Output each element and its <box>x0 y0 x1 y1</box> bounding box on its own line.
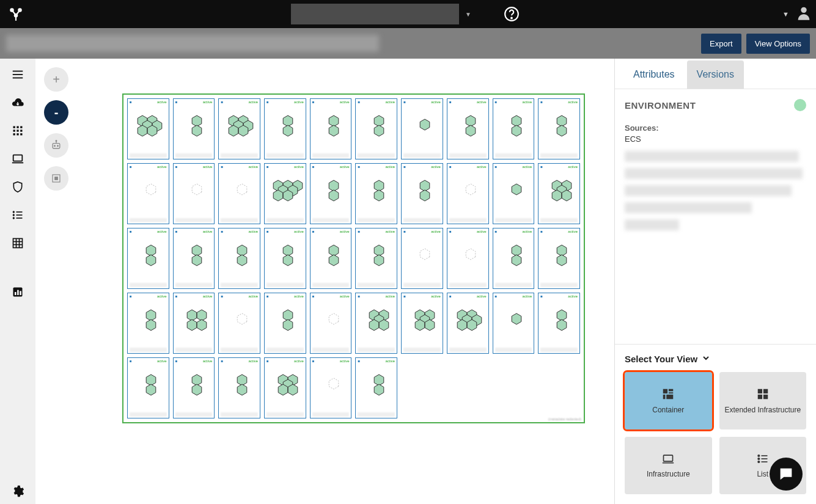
view-tile-container[interactable]: Container <box>625 372 712 429</box>
container-card[interactable]: ■active <box>355 357 397 418</box>
container-card[interactable]: ■active <box>355 163 397 224</box>
container-card[interactable]: ■active <box>447 163 489 224</box>
container-card[interactable]: ■active <box>355 293 397 354</box>
svg-marker-51 <box>192 115 202 126</box>
svg-marker-120 <box>283 310 293 321</box>
svg-marker-154 <box>375 374 384 385</box>
container-card[interactable]: ■active <box>447 228 489 289</box>
tab-attributes[interactable]: Attributes <box>623 60 685 89</box>
container-card[interactable]: ■active <box>538 228 580 289</box>
right-panel-tabs: Attributes Versions <box>615 59 816 89</box>
container-card[interactable]: ■active <box>355 98 397 159</box>
search-dropdown-caret[interactable]: ▼ <box>465 11 471 18</box>
zoom-in-button[interactable]: + <box>44 67 68 92</box>
container-card[interactable]: ■active <box>401 163 443 224</box>
zoom-auto-button[interactable] <box>44 133 68 158</box>
container-card[interactable]: ■active <box>401 293 443 354</box>
menu-icon[interactable] <box>10 67 25 82</box>
container-card[interactable]: ■active <box>218 357 260 418</box>
view-selector-heading[interactable]: Select Your View <box>625 353 806 365</box>
container-card[interactable]: ■active <box>310 98 352 159</box>
settings-icon[interactable] <box>0 484 35 498</box>
laptop-icon[interactable] <box>10 152 25 166</box>
container-grid-wrapper: ■active■active■active■active■active■acti… <box>122 93 585 423</box>
svg-point-171 <box>758 461 760 463</box>
container-card[interactable]: ■active <box>538 98 580 159</box>
svg-marker-73 <box>192 184 202 195</box>
container-card[interactable]: ■active <box>173 228 215 289</box>
container-card[interactable]: ■active <box>493 98 535 159</box>
container-card[interactable]: ■active <box>173 98 215 159</box>
zoom-controls: + - <box>44 67 68 191</box>
container-card[interactable]: ■active <box>127 163 169 224</box>
container-card[interactable]: ■active <box>401 228 443 289</box>
zoom-out-button[interactable]: - <box>44 100 68 125</box>
container-card[interactable]: ■active <box>264 228 306 289</box>
svg-point-27 <box>13 217 15 219</box>
view-tile-infrastructure[interactable]: Infrastructure <box>625 437 712 494</box>
help-icon[interactable] <box>504 6 520 24</box>
container-card[interactable]: ■active <box>218 228 260 289</box>
container-card[interactable]: ■active <box>127 228 169 289</box>
view-tile-container-label: Container <box>652 406 684 414</box>
main-canvas[interactable]: + - ■active■active■active■active■active■… <box>35 59 614 504</box>
apps-grid-icon[interactable] <box>10 123 25 138</box>
account-icon[interactable] <box>795 4 812 24</box>
container-card[interactable]: ■active <box>218 293 260 354</box>
svg-marker-141 <box>557 320 567 331</box>
list-icon[interactable] <box>10 208 25 222</box>
view-options-button[interactable]: View Options <box>746 34 810 54</box>
container-card[interactable]: ■active <box>264 163 306 224</box>
container-card[interactable]: ■active <box>218 163 260 224</box>
top-right-controls: ▼ <box>782 0 812 28</box>
container-card[interactable]: ■active <box>127 357 169 418</box>
account-dropdown-caret[interactable]: ▼ <box>782 10 789 18</box>
tab-versions[interactable]: Versions <box>687 60 744 89</box>
zoom-fit-button[interactable] <box>44 166 68 191</box>
container-card[interactable]: ■active <box>173 293 215 354</box>
svg-marker-68 <box>512 115 521 126</box>
container-card[interactable]: ■active <box>310 163 352 224</box>
container-card[interactable]: ■active <box>173 163 215 224</box>
svg-marker-97 <box>192 245 202 256</box>
container-card[interactable]: ■active <box>538 293 580 354</box>
container-card[interactable]: ■active <box>264 98 306 159</box>
container-card[interactable]: ■active <box>127 293 169 354</box>
container-card[interactable]: ■active <box>493 163 535 224</box>
container-card[interactable]: ■active <box>264 293 306 354</box>
container-card[interactable]: ■active <box>401 98 443 159</box>
svg-rect-19 <box>17 133 18 135</box>
svg-marker-118 <box>197 320 207 331</box>
search-input[interactable] <box>291 4 459 24</box>
container-card[interactable]: ■active <box>355 228 397 289</box>
product-logo[interactable] <box>4 6 28 22</box>
view-tile-extended-infrastructure[interactable]: Extended Infrastructure <box>719 372 807 429</box>
container-card[interactable]: ■active <box>264 357 306 418</box>
container-card[interactable]: ■active <box>493 228 535 289</box>
svg-marker-146 <box>238 374 248 385</box>
container-card[interactable]: ■active <box>173 357 215 418</box>
container-card[interactable]: ■active <box>310 228 352 289</box>
table-icon[interactable] <box>10 236 25 250</box>
container-card[interactable]: ■active <box>310 293 352 354</box>
chat-launcher[interactable] <box>770 458 803 491</box>
svg-rect-157 <box>669 389 673 392</box>
container-card[interactable]: ■active <box>493 293 535 354</box>
svg-rect-163 <box>758 395 762 399</box>
container-card[interactable]: ■active <box>218 98 260 159</box>
svg-marker-82 <box>329 180 339 191</box>
page-header-actions: Export View Options <box>701 34 810 54</box>
container-card[interactable]: ■active <box>538 163 580 224</box>
bar-chart-icon[interactable] <box>10 285 25 299</box>
export-button[interactable]: Export <box>701 34 741 54</box>
svg-rect-21 <box>13 155 23 161</box>
container-card[interactable]: ■active <box>127 98 169 159</box>
container-card[interactable]: ■active <box>310 357 352 418</box>
cloud-download-icon[interactable] <box>10 95 25 110</box>
shield-icon[interactable] <box>10 180 25 194</box>
svg-rect-156 <box>663 389 667 393</box>
top-bar: ▼ ▼ <box>0 0 816 28</box>
container-card[interactable]: ■active <box>447 293 489 354</box>
chevron-down-icon <box>701 353 711 365</box>
container-card[interactable]: ■active <box>447 98 489 159</box>
